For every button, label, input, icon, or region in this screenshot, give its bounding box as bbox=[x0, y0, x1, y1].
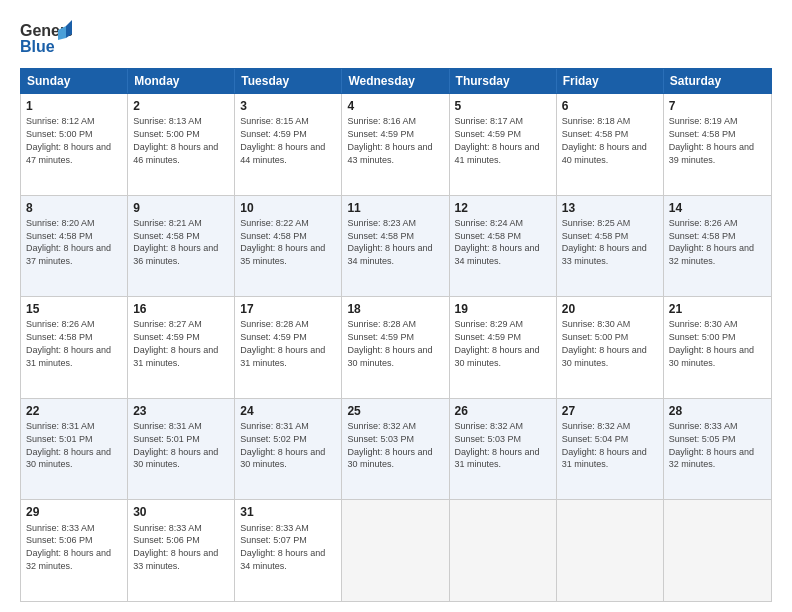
cell-info: Sunrise: 8:22 AMSunset: 4:58 PMDaylight:… bbox=[240, 218, 325, 266]
day-number: 6 bbox=[562, 98, 658, 114]
table-row: 17Sunrise: 8:28 AMSunset: 4:59 PMDayligh… bbox=[235, 297, 342, 398]
day-number: 5 bbox=[455, 98, 551, 114]
cell-info: Sunrise: 8:13 AMSunset: 5:00 PMDaylight:… bbox=[133, 116, 218, 164]
calendar: SundayMondayTuesdayWednesdayThursdayFrid… bbox=[20, 68, 772, 602]
table-row: 15Sunrise: 8:26 AMSunset: 4:58 PMDayligh… bbox=[21, 297, 128, 398]
cell-info: Sunrise: 8:24 AMSunset: 4:58 PMDaylight:… bbox=[455, 218, 540, 266]
svg-text:Blue: Blue bbox=[20, 38, 55, 55]
day-number: 12 bbox=[455, 200, 551, 216]
cell-info: Sunrise: 8:15 AMSunset: 4:59 PMDaylight:… bbox=[240, 116, 325, 164]
table-row: 20Sunrise: 8:30 AMSunset: 5:00 PMDayligh… bbox=[557, 297, 664, 398]
cell-info: Sunrise: 8:20 AMSunset: 4:58 PMDaylight:… bbox=[26, 218, 111, 266]
day-number: 10 bbox=[240, 200, 336, 216]
day-number: 20 bbox=[562, 301, 658, 317]
table-row: 12Sunrise: 8:24 AMSunset: 4:58 PMDayligh… bbox=[450, 196, 557, 297]
cell-info: Sunrise: 8:16 AMSunset: 4:59 PMDaylight:… bbox=[347, 116, 432, 164]
table-row: 16Sunrise: 8:27 AMSunset: 4:59 PMDayligh… bbox=[128, 297, 235, 398]
day-header-friday: Friday bbox=[557, 69, 664, 93]
cell-info: Sunrise: 8:27 AMSunset: 4:59 PMDaylight:… bbox=[133, 319, 218, 367]
day-number: 30 bbox=[133, 504, 229, 520]
cell-info: Sunrise: 8:33 AMSunset: 5:06 PMDaylight:… bbox=[26, 523, 111, 571]
cell-info: Sunrise: 8:30 AMSunset: 5:00 PMDaylight:… bbox=[669, 319, 754, 367]
table-row bbox=[450, 500, 557, 601]
day-number: 7 bbox=[669, 98, 766, 114]
cell-info: Sunrise: 8:32 AMSunset: 5:04 PMDaylight:… bbox=[562, 421, 647, 469]
table-row: 5Sunrise: 8:17 AMSunset: 4:59 PMDaylight… bbox=[450, 94, 557, 195]
cell-info: Sunrise: 8:17 AMSunset: 4:59 PMDaylight:… bbox=[455, 116, 540, 164]
table-row: 8Sunrise: 8:20 AMSunset: 4:58 PMDaylight… bbox=[21, 196, 128, 297]
table-row: 14Sunrise: 8:26 AMSunset: 4:58 PMDayligh… bbox=[664, 196, 771, 297]
table-row: 31Sunrise: 8:33 AMSunset: 5:07 PMDayligh… bbox=[235, 500, 342, 601]
page: General Blue SundayMondayTuesdayWednesda… bbox=[0, 0, 792, 612]
table-row bbox=[342, 500, 449, 601]
day-number: 11 bbox=[347, 200, 443, 216]
cell-info: Sunrise: 8:31 AMSunset: 5:01 PMDaylight:… bbox=[133, 421, 218, 469]
table-row: 2Sunrise: 8:13 AMSunset: 5:00 PMDaylight… bbox=[128, 94, 235, 195]
cell-info: Sunrise: 8:33 AMSunset: 5:05 PMDaylight:… bbox=[669, 421, 754, 469]
day-number: 24 bbox=[240, 403, 336, 419]
table-row: 25Sunrise: 8:32 AMSunset: 5:03 PMDayligh… bbox=[342, 399, 449, 500]
table-row: 23Sunrise: 8:31 AMSunset: 5:01 PMDayligh… bbox=[128, 399, 235, 500]
cell-info: Sunrise: 8:18 AMSunset: 4:58 PMDaylight:… bbox=[562, 116, 647, 164]
table-row: 13Sunrise: 8:25 AMSunset: 4:58 PMDayligh… bbox=[557, 196, 664, 297]
cell-info: Sunrise: 8:21 AMSunset: 4:58 PMDaylight:… bbox=[133, 218, 218, 266]
table-row bbox=[664, 500, 771, 601]
table-row: 6Sunrise: 8:18 AMSunset: 4:58 PMDaylight… bbox=[557, 94, 664, 195]
cell-info: Sunrise: 8:19 AMSunset: 4:58 PMDaylight:… bbox=[669, 116, 754, 164]
table-row: 26Sunrise: 8:32 AMSunset: 5:03 PMDayligh… bbox=[450, 399, 557, 500]
cell-info: Sunrise: 8:28 AMSunset: 4:59 PMDaylight:… bbox=[347, 319, 432, 367]
cell-info: Sunrise: 8:28 AMSunset: 4:59 PMDaylight:… bbox=[240, 319, 325, 367]
day-number: 19 bbox=[455, 301, 551, 317]
day-number: 2 bbox=[133, 98, 229, 114]
header: General Blue bbox=[20, 18, 772, 58]
calendar-header: SundayMondayTuesdayWednesdayThursdayFrid… bbox=[20, 68, 772, 94]
table-row: 4Sunrise: 8:16 AMSunset: 4:59 PMDaylight… bbox=[342, 94, 449, 195]
day-header-sunday: Sunday bbox=[21, 69, 128, 93]
cell-info: Sunrise: 8:32 AMSunset: 5:03 PMDaylight:… bbox=[347, 421, 432, 469]
week-row-4: 22Sunrise: 8:31 AMSunset: 5:01 PMDayligh… bbox=[21, 399, 771, 501]
day-number: 27 bbox=[562, 403, 658, 419]
day-number: 31 bbox=[240, 504, 336, 520]
calendar-body: 1Sunrise: 8:12 AMSunset: 5:00 PMDaylight… bbox=[20, 94, 772, 602]
table-row bbox=[557, 500, 664, 601]
table-row: 3Sunrise: 8:15 AMSunset: 4:59 PMDaylight… bbox=[235, 94, 342, 195]
day-header-tuesday: Tuesday bbox=[235, 69, 342, 93]
day-number: 13 bbox=[562, 200, 658, 216]
day-header-thursday: Thursday bbox=[450, 69, 557, 93]
week-row-3: 15Sunrise: 8:26 AMSunset: 4:58 PMDayligh… bbox=[21, 297, 771, 399]
table-row: 21Sunrise: 8:30 AMSunset: 5:00 PMDayligh… bbox=[664, 297, 771, 398]
cell-info: Sunrise: 8:31 AMSunset: 5:02 PMDaylight:… bbox=[240, 421, 325, 469]
table-row: 7Sunrise: 8:19 AMSunset: 4:58 PMDaylight… bbox=[664, 94, 771, 195]
day-number: 4 bbox=[347, 98, 443, 114]
cell-info: Sunrise: 8:26 AMSunset: 4:58 PMDaylight:… bbox=[26, 319, 111, 367]
table-row: 27Sunrise: 8:32 AMSunset: 5:04 PMDayligh… bbox=[557, 399, 664, 500]
cell-info: Sunrise: 8:33 AMSunset: 5:06 PMDaylight:… bbox=[133, 523, 218, 571]
day-number: 17 bbox=[240, 301, 336, 317]
table-row: 29Sunrise: 8:33 AMSunset: 5:06 PMDayligh… bbox=[21, 500, 128, 601]
week-row-1: 1Sunrise: 8:12 AMSunset: 5:00 PMDaylight… bbox=[21, 94, 771, 196]
table-row: 10Sunrise: 8:22 AMSunset: 4:58 PMDayligh… bbox=[235, 196, 342, 297]
cell-info: Sunrise: 8:12 AMSunset: 5:00 PMDaylight:… bbox=[26, 116, 111, 164]
cell-info: Sunrise: 8:30 AMSunset: 5:00 PMDaylight:… bbox=[562, 319, 647, 367]
cell-info: Sunrise: 8:25 AMSunset: 4:58 PMDaylight:… bbox=[562, 218, 647, 266]
cell-info: Sunrise: 8:23 AMSunset: 4:58 PMDaylight:… bbox=[347, 218, 432, 266]
day-header-wednesday: Wednesday bbox=[342, 69, 449, 93]
cell-info: Sunrise: 8:33 AMSunset: 5:07 PMDaylight:… bbox=[240, 523, 325, 571]
day-number: 8 bbox=[26, 200, 122, 216]
table-row: 24Sunrise: 8:31 AMSunset: 5:02 PMDayligh… bbox=[235, 399, 342, 500]
day-number: 15 bbox=[26, 301, 122, 317]
day-number: 26 bbox=[455, 403, 551, 419]
day-number: 22 bbox=[26, 403, 122, 419]
logo-icon: General Blue bbox=[20, 18, 72, 58]
day-number: 28 bbox=[669, 403, 766, 419]
logo: General Blue bbox=[20, 18, 72, 58]
day-number: 3 bbox=[240, 98, 336, 114]
week-row-5: 29Sunrise: 8:33 AMSunset: 5:06 PMDayligh… bbox=[21, 500, 771, 601]
cell-info: Sunrise: 8:26 AMSunset: 4:58 PMDaylight:… bbox=[669, 218, 754, 266]
table-row: 18Sunrise: 8:28 AMSunset: 4:59 PMDayligh… bbox=[342, 297, 449, 398]
table-row: 11Sunrise: 8:23 AMSunset: 4:58 PMDayligh… bbox=[342, 196, 449, 297]
day-number: 23 bbox=[133, 403, 229, 419]
day-number: 21 bbox=[669, 301, 766, 317]
table-row: 28Sunrise: 8:33 AMSunset: 5:05 PMDayligh… bbox=[664, 399, 771, 500]
day-header-monday: Monday bbox=[128, 69, 235, 93]
